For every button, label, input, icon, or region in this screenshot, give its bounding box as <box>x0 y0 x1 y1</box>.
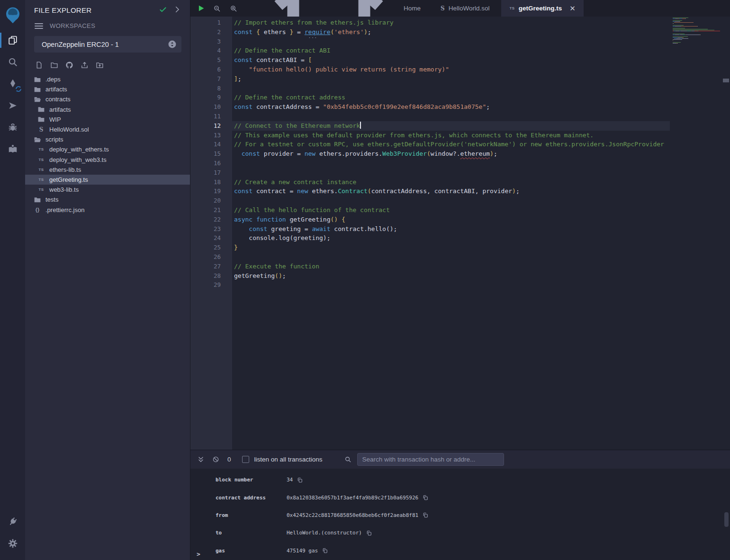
upload-folder-icon[interactable] <box>96 61 104 70</box>
search-icon[interactable] <box>0 51 25 73</box>
run-script-icon[interactable] <box>197 4 205 13</box>
workspaces-menu-icon[interactable] <box>35 23 43 29</box>
zoom-out-icon[interactable] <box>213 4 222 13</box>
transaction-field-value: 475149 gas <box>287 548 318 554</box>
tree-item-artifacts[interactable]: artifacts <box>25 84 190 94</box>
copy-icon[interactable] <box>423 495 428 500</box>
folder-icon <box>34 86 41 93</box>
tree-item-helloworld-sol[interactable]: SHelloWorld.sol <box>25 124 190 134</box>
line-number: 21 <box>190 205 232 215</box>
tree-item-wip[interactable]: WIP <box>25 115 190 124</box>
tree-item-label: getGreeting.ts <box>49 176 88 183</box>
line-number: 8 <box>190 84 232 93</box>
line-number: 11 <box>190 112 232 121</box>
tabs-strip: HomeSHelloWorld.solTSgetGreeting.ts✕ <box>246 0 584 17</box>
ts-icon: TS <box>37 158 45 162</box>
code-line-29 <box>232 280 670 290</box>
chevron-right-icon[interactable] <box>173 5 182 15</box>
file-explorer-icon[interactable] <box>0 29 25 51</box>
activity-icons-bottom <box>0 511 25 560</box>
deploy-run-icon[interactable] <box>0 95 25 116</box>
clear-ban-icon[interactable] <box>212 456 219 463</box>
transaction-field-label: to <box>190 530 287 536</box>
tab-home[interactable]: Home <box>250 0 429 17</box>
tree-item-deploy-with-ethers-ts[interactable]: TSdeploy_with_ethers.ts <box>25 144 190 154</box>
close-tab-icon[interactable]: ✕ <box>569 4 576 13</box>
tree-item-getgreeting-ts[interactable]: TSgetGreeting.ts <box>25 175 190 185</box>
workspace-sort-icon[interactable] <box>168 40 177 49</box>
github-icon[interactable] <box>65 61 74 70</box>
terminal-panel: 0 listen on all transactions block numbe… <box>190 450 730 560</box>
code-line-26 <box>232 252 670 262</box>
copy-icon[interactable] <box>322 548 328 553</box>
remix-logo-icon[interactable] <box>0 2 25 29</box>
line-number: 12 <box>190 121 232 131</box>
code-line-23: const greeting = await contract.hello(); <box>232 224 670 234</box>
code-editor[interactable]: 1234567891011121314151617181920212223242… <box>190 17 730 450</box>
tab-label: getGreeting.ts <box>519 5 562 12</box>
editor-scrollbar-thumb[interactable] <box>723 79 729 82</box>
tree-item-ethers-lib-ts[interactable]: TSethers-lib.ts <box>25 165 190 175</box>
code-line-15: const provider = new ethers.providers.We… <box>232 149 670 159</box>
tree-item-tests[interactable]: tests <box>25 195 190 204</box>
activity-icons-top <box>0 0 25 160</box>
ts-icon: TS <box>37 178 45 182</box>
plugin-manager-icon[interactable] <box>0 511 25 533</box>
line-number: 15 <box>190 149 232 159</box>
transaction-row-from: from0x42452c22c88178685850e68beb6cf0f2ae… <box>190 507 730 524</box>
tree-item-artifacts[interactable]: artifacts <box>25 105 190 115</box>
terminal-prompt[interactable]: > <box>197 551 200 558</box>
settings-gear-icon[interactable] <box>0 533 25 554</box>
tree-item--deps[interactable]: .deps <box>25 74 190 84</box>
code-line-1: // Import ethers from the ethers.js libr… <box>232 18 670 27</box>
tree-item-label: ethers-lib.ts <box>49 166 81 173</box>
gutter: 1234567891011121314151617181920212223242… <box>190 17 232 450</box>
line-number: 24 <box>190 233 232 243</box>
ts-icon: TS <box>37 147 45 151</box>
code-line-10: const contractAddress = "0xb54febb5c0c0f… <box>232 102 670 112</box>
ts-icon: TS <box>37 187 45 192</box>
tree-item--prettierrc-json[interactable]: {}.prettierrc.json <box>25 204 190 214</box>
copy-icon[interactable] <box>297 477 303 483</box>
workspace-select[interactable]: OpenZeppelin ERC20 - 1 <box>34 36 181 53</box>
tab-getgreeting-ts[interactable]: TSgetGreeting.ts✕ <box>501 0 583 17</box>
listen-checkbox[interactable] <box>242 456 249 463</box>
code-line-12: // Connect to the Ethereum network <box>232 121 670 131</box>
chevrons-down-icon[interactable] <box>197 456 205 463</box>
minimap-line <box>673 44 720 44</box>
new-folder-icon[interactable] <box>50 61 59 70</box>
code-line-2: const { ethers } = require('ethers'); <box>232 27 670 37</box>
learneth-book-icon[interactable] <box>0 138 25 160</box>
transaction-field-value: HelloWorld.(constructor) <box>287 530 362 536</box>
line-number: 18 <box>190 178 232 187</box>
solidity-compiler-icon[interactable] <box>0 73 25 95</box>
tree-item-label: deploy_with_web3.ts <box>49 156 107 163</box>
line-number: 29 <box>190 280 232 290</box>
line-number: 27 <box>190 262 232 271</box>
folder-icon <box>37 106 45 113</box>
copy-icon[interactable] <box>423 512 428 518</box>
code-line-4: // Define the contract ABI <box>232 46 670 55</box>
tree-item-deploy-with-web3-ts[interactable]: TSdeploy_with_web3.ts <box>25 155 190 165</box>
tree-item-contracts[interactable]: contracts <box>25 94 190 104</box>
transaction-row-block-number: block number34 <box>190 471 730 489</box>
copy-icon[interactable] <box>366 530 372 536</box>
upload-file-icon[interactable] <box>81 61 89 70</box>
tab-helloworld-sol[interactable]: SHelloWorld.sol <box>433 0 497 17</box>
tree-item-label: scripts <box>45 136 63 143</box>
tree-item-web3-lib-ts[interactable]: TSweb3-lib.ts <box>25 185 190 195</box>
minimap[interactable] <box>673 18 720 45</box>
code-line-3 <box>232 37 670 46</box>
code-line-20 <box>232 196 670 205</box>
code-line-11 <box>232 112 670 121</box>
new-file-icon[interactable] <box>35 61 44 70</box>
folder-icon <box>34 196 41 204</box>
terminal-scrollbar-thumb[interactable] <box>724 512 729 527</box>
tree-item-scripts[interactable]: scripts <box>25 134 190 144</box>
debugger-icon[interactable] <box>0 116 25 138</box>
terminal-search-input[interactable] <box>357 453 504 466</box>
text-cursor <box>360 122 361 129</box>
zoom-in-icon[interactable] <box>230 4 238 13</box>
terminal-search-icon <box>344 456 351 463</box>
code-line-16 <box>232 159 670 168</box>
